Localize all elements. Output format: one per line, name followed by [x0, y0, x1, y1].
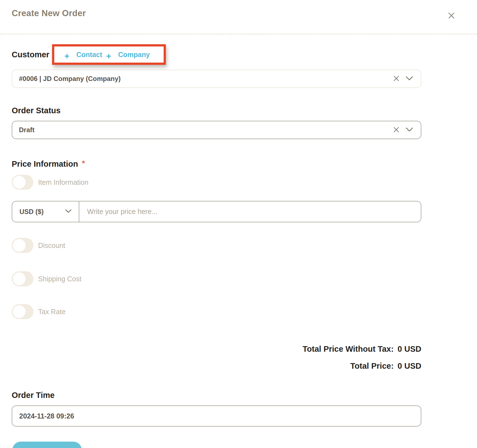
add-company-document-icon: + [106, 49, 114, 60]
order-status-label: Order Status [12, 106, 433, 115]
tax-rate-toggle-row: Tax Rate [12, 304, 433, 319]
submit-button[interactable] [12, 442, 82, 448]
toggle-knob [13, 272, 26, 285]
customer-label-row: Customer + Contact + Company [12, 43, 433, 66]
annotation-highlight-box: + Contact + Company [52, 44, 166, 65]
add-contact-document-icon: + [64, 49, 73, 60]
total-without-tax-label: Total Price Without Tax: [303, 344, 394, 354]
add-company-button[interactable]: + Company [106, 49, 150, 60]
price-information-label-row: Price Information * [12, 159, 433, 169]
item-information-toggle-label: Item Information [38, 178, 88, 186]
total-without-tax-line: Total Price Without Tax: 0 USD [303, 344, 421, 354]
add-company-label: Company [118, 51, 150, 59]
customer-label: Customer [12, 50, 49, 59]
discount-toggle-label: Discount [38, 242, 65, 250]
modal-header: Create New Order [0, 0, 477, 35]
create-new-order-modal: Create New Order Customer + Contact + [0, 0, 477, 448]
order-status-select-controls [393, 126, 413, 134]
order-status-dropdown-button[interactable] [406, 127, 413, 133]
clear-x-icon [393, 126, 400, 134]
add-contact-button[interactable]: + Contact [64, 49, 102, 60]
customer-select[interactable]: #0006 | JD Company (Company) [12, 70, 421, 88]
modal-title: Create New Order [12, 8, 86, 18]
discount-toggle[interactable] [12, 238, 33, 253]
order-time-label: Order Time [12, 390, 433, 400]
toggle-knob [13, 176, 26, 189]
toggle-knob [13, 239, 26, 252]
order-status-selected-value: Draft [19, 126, 35, 134]
total-price-line: Total Price: 0 USD [350, 361, 421, 371]
shipping-cost-toggle[interactable] [12, 271, 33, 286]
close-button[interactable] [446, 10, 457, 22]
chevron-down-icon [65, 209, 72, 214]
chevron-down-icon [406, 76, 413, 82]
chevron-down-icon [406, 127, 413, 133]
total-price-label: Total Price: [350, 361, 394, 371]
order-status-clear-button[interactable] [393, 126, 400, 134]
currency-selected-value: USD ($) [19, 208, 44, 216]
order-time-input[interactable] [12, 405, 421, 427]
close-icon [448, 16, 455, 20]
price-information-label: Price Information [12, 159, 78, 169]
price-input-group: USD ($) [12, 201, 421, 222]
order-status-select[interactable]: Draft [12, 121, 421, 139]
tax-rate-toggle-label: Tax Rate [38, 308, 66, 316]
tax-rate-toggle[interactable] [12, 304, 33, 319]
plus-icon: + [106, 52, 111, 60]
totals-summary: Total Price Without Tax: 0 USD Total Pri… [12, 344, 421, 371]
plus-icon: + [64, 52, 69, 60]
customer-select-controls [393, 75, 413, 83]
shipping-cost-toggle-row: Shipping Cost [12, 271, 433, 286]
toggle-knob [13, 305, 26, 318]
modal-body: Customer + Contact + Company #0006 | JD … [0, 43, 433, 448]
item-information-toggle[interactable] [12, 175, 33, 190]
customer-clear-button[interactable] [393, 75, 400, 83]
required-asterisk: * [82, 159, 85, 168]
discount-toggle-row: Discount [12, 238, 433, 253]
total-price-value: 0 USD [398, 361, 421, 371]
price-input[interactable] [79, 201, 421, 222]
total-without-tax-value: 0 USD [398, 344, 421, 354]
customer-selected-value: #0006 | JD Company (Company) [19, 75, 121, 83]
clear-x-icon [393, 75, 400, 83]
add-contact-label: Contact [76, 51, 102, 59]
currency-select[interactable]: USD ($) [12, 201, 79, 222]
shipping-cost-toggle-label: Shipping Cost [38, 275, 82, 283]
item-information-toggle-row: Item Information [12, 175, 433, 190]
customer-dropdown-button[interactable] [406, 76, 413, 82]
